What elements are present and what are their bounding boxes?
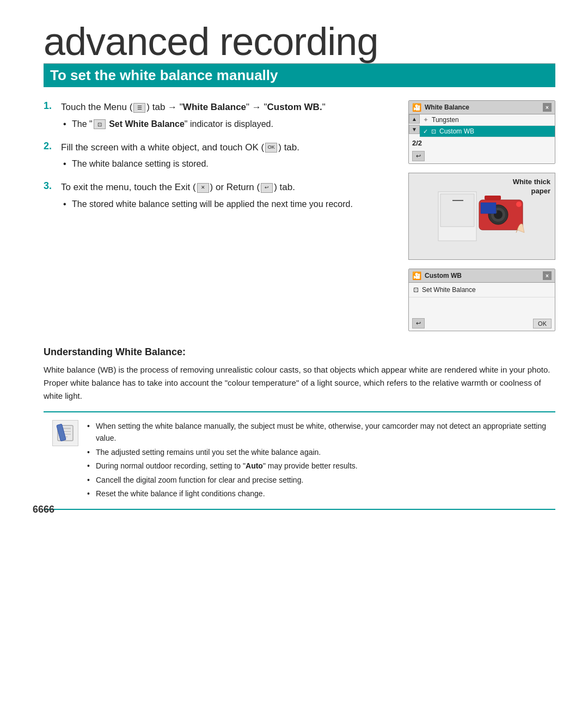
- cwb-panel-title: 🎦 Custom WB: [412, 271, 462, 280]
- wb-items-list: ✦ Tungsten ✓ ⊡ Custom WB: [420, 114, 555, 137]
- step-2-bullet-1: The white balance setting is stored.: [63, 157, 392, 171]
- cwb-panel-close[interactable]: ×: [543, 271, 552, 280]
- menu-icon: ☰: [133, 103, 145, 113]
- white-balance-panel: 🎦 White Balance × ▲ ▼ ✦ Tungsten: [408, 100, 555, 164]
- set-wb-icon: ⊡: [94, 119, 106, 129]
- subtitle-bar: To set the white balance manually: [44, 64, 555, 87]
- cwb-return-button[interactable]: ↩: [412, 318, 425, 328]
- wb-panel-icon: 🎦: [412, 103, 421, 112]
- note-item-1: When setting the white balance manually,…: [87, 420, 547, 445]
- cwb-panel-icon: 🎦: [412, 271, 421, 280]
- cwb-spacer: [409, 297, 555, 316]
- wb-panel-header: 🎦 White Balance ×: [409, 101, 555, 114]
- cwb-panel-title-text: Custom WB: [425, 272, 462, 279]
- note-item-5: Reset the white balance if light conditi…: [87, 488, 547, 500]
- custom-wb-label: Custom WB: [439, 127, 474, 135]
- step-1-bullet-1: The "⊡ Set White Balance" indicator is d…: [63, 118, 392, 131]
- exit-icon: ✕: [197, 183, 209, 193]
- white-paper-label: White thick paper: [513, 178, 550, 196]
- step-3-header: 3. To exit the menu, touch the Exit (✕) …: [44, 180, 392, 194]
- understanding-section: Understanding White Balance: White balan…: [44, 346, 555, 510]
- svg-rect-7: [485, 196, 501, 200]
- return-icon: ↩: [261, 183, 273, 193]
- step-1-text: Touch the Menu (☰) tab → "White Balance"…: [61, 100, 326, 114]
- step-3-number: 3.: [44, 180, 57, 192]
- step-1: 1. Touch the Menu (☰) tab → "White Balan…: [44, 100, 392, 131]
- note-box: When setting the white balance manually,…: [44, 411, 555, 510]
- step-3-bullets: The stored white balance setting will be…: [63, 198, 392, 211]
- custom-wb-icon: ⊡: [431, 128, 436, 135]
- understanding-text: White balance (WB) is the process of rem…: [44, 363, 555, 403]
- camera-panel: White thick paper: [408, 173, 555, 260]
- note-icon: [52, 420, 78, 446]
- wb-panel-title-text: White Balance: [425, 104, 469, 111]
- step-2: 2. Fill the screen with a white object, …: [44, 141, 392, 171]
- right-column: 🎦 White Balance × ▲ ▼ ✦ Tungsten: [408, 100, 555, 331]
- note-item-4: Cancell the digital zoom function for cl…: [87, 474, 547, 486]
- wb-panel-footer: 2/2: [409, 137, 555, 149]
- set-wb-row-icon: ⊡: [413, 286, 419, 294]
- page-number: 6666: [33, 504, 54, 515]
- cwb-panel-footer: ↩ OK: [409, 316, 555, 331]
- tungsten-icon: ✦: [423, 116, 428, 124]
- arrow-indicator: [450, 195, 466, 206]
- step-3: 3. To exit the menu, touch the Exit (✕) …: [44, 180, 392, 211]
- notepad-svg: [56, 423, 75, 443]
- main-title: advanced recording: [44, 22, 555, 64]
- step-3-bullet-1: The stored white balance setting will be…: [63, 198, 392, 211]
- step-2-bullets: The white balance setting is stored.: [63, 157, 392, 171]
- wb-panel-title: 🎦 White Balance: [412, 103, 469, 112]
- nav-up-button[interactable]: ▲: [409, 114, 420, 124]
- cwb-ok-button[interactable]: OK: [533, 319, 552, 328]
- note-content: When setting the white balance manually,…: [87, 420, 547, 501]
- note-item-2: The adjusted setting remains until you s…: [87, 446, 547, 458]
- tungsten-label: Tungsten: [432, 116, 459, 124]
- wb-panel-body: ▲ ▼ ✦ Tungsten ✓ ⊡ Custom WB: [409, 114, 555, 137]
- note-item-3: During normal outdoor recording, setting…: [87, 460, 547, 472]
- nav-down-button[interactable]: ▼: [409, 125, 420, 134]
- cwb-panel-header: 🎦 Custom WB ×: [409, 269, 555, 283]
- step-2-header: 2. Fill the screen with a white object, …: [44, 141, 392, 155]
- white-paper-line1: White thick: [513, 178, 550, 186]
- page-number-container: 6666: [33, 504, 54, 515]
- wb-nav-buttons: ▲ ▼: [409, 114, 420, 137]
- custom-wb-item[interactable]: ✓ ⊡ Custom WB: [420, 126, 555, 137]
- step-2-number: 2.: [44, 141, 57, 152]
- note-list: When setting the white balance manually,…: [87, 420, 547, 500]
- wb-panel-return: ↩: [409, 149, 555, 163]
- white-paper-line2: paper: [531, 187, 550, 195]
- step-2-text: Fill the screen with a white object, and…: [61, 141, 299, 155]
- step-1-header: 1. Touch the Menu (☰) tab → "White Balan…: [44, 100, 392, 114]
- page-indicator: 2/2: [412, 139, 422, 147]
- checkmark-icon: ✓: [423, 128, 428, 135]
- wb-panel-close[interactable]: ×: [543, 103, 552, 112]
- step-1-bullets: The "⊡ Set White Balance" indicator is d…: [63, 118, 392, 131]
- step-1-number: 1.: [44, 100, 57, 112]
- svg-point-9: [516, 202, 522, 207]
- steps-column: 1. Touch the Menu (☰) tab → "White Balan…: [44, 100, 392, 331]
- svg-rect-8: [481, 203, 496, 214]
- set-wb-row: ⊡ Set White Balance: [409, 283, 555, 297]
- tungsten-item[interactable]: ✦ Tungsten: [420, 114, 555, 126]
- page-container: advanced recording To set the white bala…: [0, 0, 588, 532]
- understanding-title: Understanding White Balance:: [44, 346, 555, 358]
- wb-return-button[interactable]: ↩: [412, 151, 425, 161]
- ok-icon: OK: [265, 143, 277, 153]
- content-layout: 1. Touch the Menu (☰) tab → "White Balan…: [44, 100, 555, 331]
- custom-wb-panel: 🎦 Custom WB × ⊡ Set White Balance ↩ OK: [408, 269, 555, 331]
- set-wb-row-label: Set White Balance: [422, 286, 476, 294]
- step-3-text: To exit the menu, touch the Exit (✕) or …: [61, 180, 295, 194]
